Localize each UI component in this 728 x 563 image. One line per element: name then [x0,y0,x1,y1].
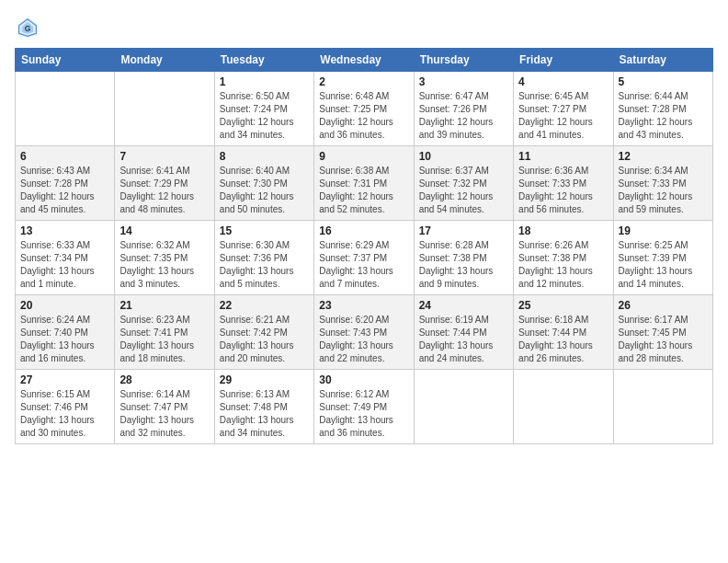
day-info: Sunrise: 6:30 AM Sunset: 7:36 PM Dayligh… [220,239,309,291]
calendar-day-cell: 12Sunrise: 6:34 AM Sunset: 7:33 PM Dayli… [613,146,712,221]
day-header-friday: Friday [514,49,613,72]
day-info: Sunrise: 6:25 AM Sunset: 7:39 PM Dayligh… [619,239,708,291]
day-number: 23 [319,299,408,312]
calendar-day-cell: 6Sunrise: 6:43 AM Sunset: 7:28 PM Daylig… [16,146,115,221]
day-info: Sunrise: 6:32 AM Sunset: 7:35 PM Dayligh… [119,239,209,291]
calendar-week-row: 27Sunrise: 6:15 AM Sunset: 7:46 PM Dayli… [16,370,713,444]
calendar-day-cell: 23Sunrise: 6:20 AM Sunset: 7:43 PM Dayli… [314,295,414,370]
day-header-tuesday: Tuesday [214,49,313,72]
day-info: Sunrise: 6:34 AM Sunset: 7:33 PM Dayligh… [619,165,708,216]
day-info: Sunrise: 6:33 AM Sunset: 7:34 PM Dayligh… [20,239,109,291]
day-info: Sunrise: 6:23 AM Sunset: 7:41 PM Dayligh… [119,314,209,365]
day-info: Sunrise: 6:29 AM Sunset: 7:37 PM Dayligh… [319,239,408,291]
calendar-day-cell: 21Sunrise: 6:23 AM Sunset: 7:41 PM Dayli… [115,295,214,370]
calendar-day-cell: 7Sunrise: 6:41 AM Sunset: 7:29 PM Daylig… [115,146,214,221]
day-number: 8 [220,150,309,163]
calendar-day-cell: 2Sunrise: 6:48 AM Sunset: 7:25 PM Daylig… [314,72,414,146]
day-info: Sunrise: 6:17 AM Sunset: 7:45 PM Dayligh… [619,314,708,365]
day-number: 24 [419,299,508,312]
calendar-day-cell [613,370,712,444]
calendar-day-cell: 13Sunrise: 6:33 AM Sunset: 7:34 PM Dayli… [16,221,115,295]
day-number: 14 [119,224,209,237]
calendar-day-cell: 5Sunrise: 6:44 AM Sunset: 7:28 PM Daylig… [613,72,712,146]
day-number: 15 [220,224,309,237]
day-number: 27 [20,373,109,386]
day-info: Sunrise: 6:40 AM Sunset: 7:30 PM Dayligh… [220,165,309,216]
day-info: Sunrise: 6:12 AM Sunset: 7:49 PM Dayligh… [319,388,408,440]
day-number: 4 [518,75,608,88]
day-number: 2 [319,75,408,88]
calendar-day-cell: 16Sunrise: 6:29 AM Sunset: 7:37 PM Dayli… [314,221,414,295]
calendar-day-cell: 15Sunrise: 6:30 AM Sunset: 7:36 PM Dayli… [214,221,313,295]
calendar-week-row: 1Sunrise: 6:50 AM Sunset: 7:24 PM Daylig… [16,72,713,146]
day-header-thursday: Thursday [414,49,513,72]
calendar-day-cell: 9Sunrise: 6:38 AM Sunset: 7:31 PM Daylig… [314,146,414,221]
calendar-day-cell: 19Sunrise: 6:25 AM Sunset: 7:39 PM Dayli… [613,221,712,295]
calendar-day-cell: 1Sunrise: 6:50 AM Sunset: 7:24 PM Daylig… [214,72,313,146]
day-number: 30 [319,373,408,386]
day-number: 13 [20,224,109,237]
day-info: Sunrise: 6:20 AM Sunset: 7:43 PM Dayligh… [319,314,408,365]
calendar-day-cell: 3Sunrise: 6:47 AM Sunset: 7:26 PM Daylig… [414,72,513,146]
day-number: 17 [419,224,508,237]
day-info: Sunrise: 6:36 AM Sunset: 7:33 PM Dayligh… [518,165,608,216]
day-info: Sunrise: 6:45 AM Sunset: 7:27 PM Dayligh… [518,90,608,142]
day-number: 22 [220,299,309,312]
day-number: 16 [319,224,408,237]
day-info: Sunrise: 6:48 AM Sunset: 7:25 PM Dayligh… [319,90,408,142]
calendar-day-cell: 17Sunrise: 6:28 AM Sunset: 7:38 PM Dayli… [414,221,513,295]
svg-text:G: G [25,24,31,33]
calendar-day-cell: 28Sunrise: 6:14 AM Sunset: 7:47 PM Dayli… [115,370,214,444]
day-info: Sunrise: 6:41 AM Sunset: 7:29 PM Dayligh… [119,165,209,216]
day-info: Sunrise: 6:14 AM Sunset: 7:47 PM Dayligh… [119,388,209,440]
day-info: Sunrise: 6:15 AM Sunset: 7:46 PM Dayligh… [20,388,109,440]
calendar-day-cell: 10Sunrise: 6:37 AM Sunset: 7:32 PM Dayli… [414,146,513,221]
calendar-day-cell: 29Sunrise: 6:13 AM Sunset: 7:48 PM Dayli… [214,370,313,444]
calendar-day-cell: 11Sunrise: 6:36 AM Sunset: 7:33 PM Dayli… [514,146,613,221]
day-info: Sunrise: 6:18 AM Sunset: 7:44 PM Dayligh… [518,314,608,365]
calendar-header-row: SundayMondayTuesdayWednesdayThursdayFrid… [16,49,713,72]
day-header-sunday: Sunday [16,49,115,72]
day-number: 28 [119,373,209,386]
day-info: Sunrise: 6:44 AM Sunset: 7:28 PM Dayligh… [619,90,708,142]
day-info: Sunrise: 6:47 AM Sunset: 7:26 PM Dayligh… [419,90,508,142]
calendar-day-cell: 24Sunrise: 6:19 AM Sunset: 7:44 PM Dayli… [414,295,513,370]
day-info: Sunrise: 6:24 AM Sunset: 7:40 PM Dayligh… [20,314,109,365]
calendar-week-row: 13Sunrise: 6:33 AM Sunset: 7:34 PM Dayli… [16,221,713,295]
day-header-saturday: Saturday [613,49,712,72]
day-info: Sunrise: 6:38 AM Sunset: 7:31 PM Dayligh… [319,165,408,216]
day-number: 25 [518,299,608,312]
calendar-day-cell: 20Sunrise: 6:24 AM Sunset: 7:40 PM Dayli… [16,295,115,370]
calendar-day-cell: 8Sunrise: 6:40 AM Sunset: 7:30 PM Daylig… [214,146,313,221]
day-info: Sunrise: 6:43 AM Sunset: 7:28 PM Dayligh… [20,165,109,216]
calendar-day-cell: 14Sunrise: 6:32 AM Sunset: 7:35 PM Dayli… [115,221,214,295]
calendar-day-cell: 22Sunrise: 6:21 AM Sunset: 7:42 PM Dayli… [214,295,313,370]
day-number: 9 [319,150,408,163]
calendar-day-cell [514,370,613,444]
day-number: 1 [220,75,309,88]
calendar-table: SundayMondayTuesdayWednesdayThursdayFrid… [15,48,713,444]
calendar-week-row: 20Sunrise: 6:24 AM Sunset: 7:40 PM Dayli… [16,295,713,370]
day-number: 18 [518,224,608,237]
calendar-day-cell: 4Sunrise: 6:45 AM Sunset: 7:27 PM Daylig… [514,72,613,146]
day-number: 12 [619,150,708,163]
page-header: G [15,15,713,40]
calendar-day-cell [414,370,513,444]
calendar-day-cell: 27Sunrise: 6:15 AM Sunset: 7:46 PM Dayli… [16,370,115,444]
day-info: Sunrise: 6:37 AM Sunset: 7:32 PM Dayligh… [419,165,508,216]
day-header-monday: Monday [115,49,214,72]
logo-icon: G [15,15,40,40]
day-number: 26 [619,299,708,312]
calendar-day-cell [115,72,214,146]
calendar-week-row: 6Sunrise: 6:43 AM Sunset: 7:28 PM Daylig… [16,146,713,221]
day-number: 20 [20,299,109,312]
day-number: 5 [619,75,708,88]
day-number: 21 [119,299,209,312]
day-number: 6 [20,150,109,163]
calendar-day-cell [16,72,115,146]
day-number: 7 [119,150,209,163]
day-number: 3 [419,75,508,88]
day-info: Sunrise: 6:19 AM Sunset: 7:44 PM Dayligh… [419,314,508,365]
day-info: Sunrise: 6:13 AM Sunset: 7:48 PM Dayligh… [220,388,309,440]
calendar-day-cell: 26Sunrise: 6:17 AM Sunset: 7:45 PM Dayli… [613,295,712,370]
